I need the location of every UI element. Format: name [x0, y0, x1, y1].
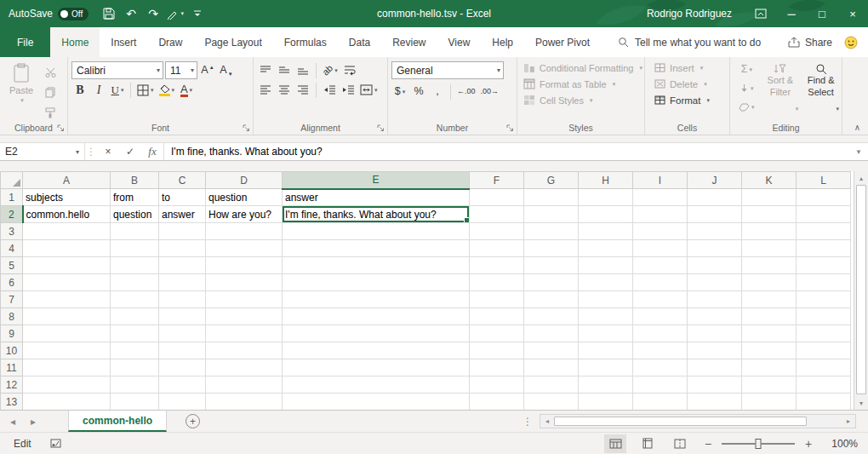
cell-A6[interactable]: [23, 274, 111, 291]
enter-button[interactable]: ✓: [119, 143, 141, 160]
cell-I4[interactable]: [633, 240, 688, 257]
cell-J8[interactable]: [688, 308, 742, 325]
cell-C1[interactable]: to: [159, 189, 206, 206]
cell-A4[interactable]: [23, 240, 111, 257]
row-header-4[interactable]: 4: [1, 240, 23, 257]
column-header-C[interactable]: C: [159, 172, 206, 189]
cell-I2[interactable]: [633, 206, 688, 223]
cell-G12[interactable]: [524, 376, 579, 394]
align-middle-button[interactable]: [276, 61, 293, 79]
cell-K13[interactable]: [742, 394, 797, 411]
cell-C11[interactable]: [159, 359, 206, 376]
cell-E4[interactable]: [283, 240, 470, 257]
cell-D7[interactable]: [206, 291, 283, 308]
cell-C13[interactable]: [159, 394, 206, 411]
cell-D8[interactable]: [206, 308, 283, 325]
cell-I1[interactable]: [633, 189, 688, 206]
cell-H4[interactable]: [579, 240, 633, 257]
cell-F2[interactable]: [470, 206, 524, 223]
row-header-7[interactable]: 7: [1, 291, 23, 308]
cell-L11[interactable]: [797, 359, 851, 376]
cell-A10[interactable]: [23, 342, 111, 359]
format-cells-button[interactable]: Format ▾: [648, 92, 728, 108]
cell-G5[interactable]: [524, 257, 579, 274]
insert-function-button[interactable]: fx: [141, 143, 163, 160]
cell-A12[interactable]: [23, 376, 111, 394]
cell-A3[interactable]: [23, 223, 111, 240]
cell-D5[interactable]: [206, 257, 283, 274]
cell-E10[interactable]: [283, 342, 470, 359]
font-dialog-launcher[interactable]: [243, 124, 250, 132]
cell-I9[interactable]: [633, 325, 688, 342]
cell-G1[interactable]: [524, 189, 579, 206]
tab-file[interactable]: File: [0, 27, 50, 57]
horizontal-scroll-track[interactable]: [554, 415, 842, 428]
cell-E1[interactable]: answer: [283, 189, 470, 206]
cell-G7[interactable]: [524, 291, 579, 308]
wrap-text-button[interactable]: [341, 61, 358, 79]
cell-I13[interactable]: [633, 394, 688, 411]
cell-K10[interactable]: [742, 342, 797, 359]
align-top-button[interactable]: [257, 61, 274, 79]
cell-J2[interactable]: [688, 206, 742, 223]
scroll-up-button[interactable]: ▴: [854, 171, 868, 185]
customize-qat-button[interactable]: [187, 3, 208, 25]
cell-B11[interactable]: [111, 359, 159, 376]
align-bottom-button[interactable]: [294, 61, 311, 79]
align-right-button[interactable]: [294, 81, 311, 99]
cell-D11[interactable]: [206, 359, 283, 376]
column-header-D[interactable]: D: [206, 172, 283, 189]
cell-B7[interactable]: [111, 291, 159, 308]
cell-B3[interactable]: [111, 223, 159, 240]
align-left-button[interactable]: [257, 81, 274, 99]
merge-center-button[interactable]: ▾: [358, 81, 380, 99]
cell-K3[interactable]: [742, 223, 797, 240]
clipboard-dialog-launcher[interactable]: [57, 124, 65, 132]
cell-L3[interactable]: [797, 223, 851, 240]
fill-button[interactable]: ▾: [734, 79, 759, 97]
autosave-toggle[interactable]: AutoSave Off: [9, 8, 89, 20]
cell-J1[interactable]: [688, 189, 742, 206]
redo-button[interactable]: ↷: [143, 3, 163, 25]
align-center-button[interactable]: [276, 81, 293, 99]
cell-C10[interactable]: [159, 342, 206, 359]
cell-C2[interactable]: answer: [159, 206, 206, 223]
cell-H5[interactable]: [579, 257, 633, 274]
cell-I3[interactable]: [633, 223, 688, 240]
grow-font-button[interactable]: A▲: [199, 61, 216, 79]
cell-I8[interactable]: [633, 308, 688, 325]
cell-F11[interactable]: [470, 359, 524, 376]
cell-B9[interactable]: [111, 325, 159, 342]
cell-K9[interactable]: [742, 325, 797, 342]
collapse-ribbon-button[interactable]: ∧: [854, 123, 860, 132]
cell-K12[interactable]: [742, 376, 797, 394]
cell-C12[interactable]: [159, 376, 206, 394]
number-dialog-launcher[interactable]: [506, 124, 514, 132]
shrink-font-button[interactable]: A▼: [218, 61, 235, 79]
cell-F13[interactable]: [470, 394, 524, 411]
cell-F10[interactable]: [470, 342, 524, 359]
clear-button[interactable]: ▾: [734, 98, 759, 116]
ribbon-display-options-button[interactable]: [745, 0, 776, 27]
cell-H12[interactable]: [579, 376, 633, 394]
tab-help[interactable]: Help: [481, 27, 524, 57]
column-header-I[interactable]: I: [633, 172, 688, 189]
row-header-5[interactable]: 5: [1, 257, 23, 274]
zoom-out-button[interactable]: −: [701, 437, 715, 451]
cell-A8[interactable]: [23, 308, 111, 325]
inking-button[interactable]: ▾: [165, 3, 186, 25]
next-sheet-button[interactable]: ▸: [31, 416, 36, 428]
delete-cells-button[interactable]: Delete ▾: [648, 76, 728, 92]
scroll-down-button[interactable]: ▾: [854, 396, 868, 410]
share-button[interactable]: Share: [778, 27, 842, 57]
decrease-indent-button[interactable]: [321, 81, 338, 99]
cell-L10[interactable]: [797, 342, 851, 359]
cell-F3[interactable]: [470, 223, 524, 240]
number-format-select[interactable]: General ▾: [391, 61, 504, 79]
zoom-level[interactable]: 100%: [825, 438, 858, 450]
scroll-right-button[interactable]: ▸: [842, 415, 855, 428]
select-all-button[interactable]: [1, 172, 23, 189]
cell-I12[interactable]: [633, 376, 688, 394]
tell-me-box[interactable]: Tell me what you want to do: [618, 27, 761, 57]
cell-L4[interactable]: [797, 240, 851, 257]
